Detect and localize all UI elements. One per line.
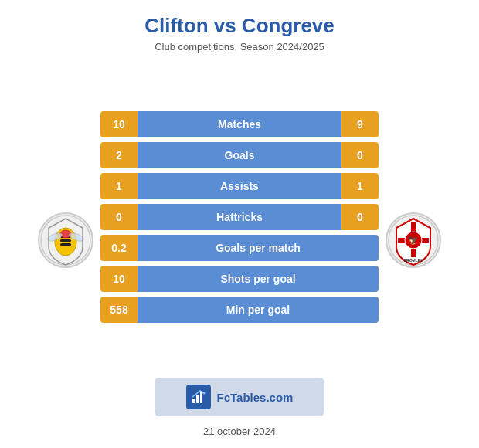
svg-rect-3 bbox=[60, 239, 71, 242]
stats-section: 10Matches92Goals01Assists10Hattricks00.2… bbox=[100, 111, 379, 323]
stat-row-assists: 1Assists1 bbox=[100, 173, 379, 199]
stat-right-value: 9 bbox=[341, 118, 379, 131]
stat-right-value: 1 bbox=[341, 180, 379, 192]
stat-left-value: 558 bbox=[100, 304, 138, 316]
stat-label: Goals bbox=[138, 142, 341, 168]
svg-rect-14 bbox=[192, 399, 195, 403]
stat-row-min-per-goal: 558Min per goal bbox=[100, 297, 379, 323]
stat-label: Shots per goal bbox=[138, 266, 379, 292]
stat-label: Goals per match bbox=[138, 235, 379, 261]
svg-point-17 bbox=[202, 392, 205, 395]
stat-left-value: 0.2 bbox=[100, 242, 138, 254]
stat-right-value: 0 bbox=[341, 149, 379, 161]
stat-row-matches: 10Matches9 bbox=[100, 111, 379, 137]
stat-label: Min per goal bbox=[138, 297, 379, 323]
match-subtitle: Club competitions, Season 2024/2025 bbox=[0, 41, 479, 53]
stat-row-shots-per-goal: 10Shots per goal bbox=[100, 266, 379, 292]
match-title: Clifton vs Congreve bbox=[0, 14, 479, 38]
stat-label: Hattricks bbox=[138, 204, 341, 230]
page-header: Clifton vs Congreve Club competitions, S… bbox=[0, 0, 479, 57]
stat-left-value: 10 bbox=[100, 118, 138, 131]
clifton-logo bbox=[38, 212, 93, 268]
main-content: 10Matches92Goals01Assists10Hattricks00.2… bbox=[0, 57, 479, 368]
svg-rect-15 bbox=[196, 395, 199, 403]
stat-row-hattricks: 0Hattricks0 bbox=[100, 204, 379, 230]
fctables-banner: FcTables.com bbox=[155, 378, 324, 416]
stat-right-value: 0 bbox=[341, 211, 379, 223]
svg-text:BROMLEY: BROMLEY bbox=[404, 258, 424, 263]
stat-label: Assists bbox=[138, 173, 341, 199]
stat-row-goals: 2Goals0 bbox=[100, 142, 379, 168]
stat-left-value: 0 bbox=[100, 211, 138, 223]
stat-left-value: 10 bbox=[100, 273, 138, 285]
fctables-icon bbox=[186, 385, 211, 409]
svg-rect-16 bbox=[200, 392, 202, 403]
svg-text:🦅: 🦅 bbox=[408, 235, 419, 246]
svg-rect-4 bbox=[60, 243, 71, 246]
fctables-label: FcTables.com bbox=[217, 391, 294, 404]
team-right-logo-container: 🦅 BROMLEY bbox=[379, 166, 448, 268]
congreve-logo: 🦅 BROMLEY bbox=[386, 212, 441, 268]
stat-left-value: 2 bbox=[100, 149, 138, 161]
stat-left-value: 1 bbox=[100, 180, 138, 192]
stat-label: Matches bbox=[138, 111, 341, 137]
team-left-logo-container bbox=[31, 166, 100, 268]
footer-date: 21 october 2024 bbox=[203, 426, 276, 448]
stat-row-goals-per-match: 0.2Goals per match bbox=[100, 235, 379, 261]
